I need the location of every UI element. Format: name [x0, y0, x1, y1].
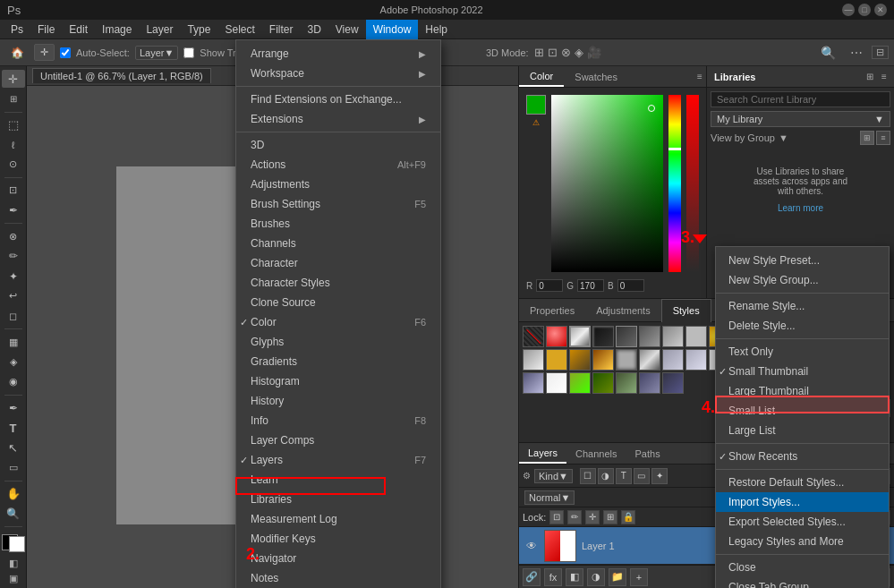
- quick-mask-button[interactable]: ◧: [9, 558, 18, 569]
- ctx-delete-style[interactable]: Delete Style...: [716, 316, 889, 336]
- menu-select[interactable]: Select: [217, 20, 261, 39]
- layer-visibility-toggle[interactable]: 👁: [524, 539, 539, 553]
- add-mask-btn[interactable]: ◧: [566, 568, 583, 586]
- auto-select-dropdown[interactable]: Layer ▼: [135, 46, 178, 60]
- lock-artboard[interactable]: ⊞: [603, 510, 617, 524]
- style-steel[interactable]: [523, 372, 544, 394]
- ctx-small-thumbnail[interactable]: Small Thumbnail: [716, 362, 889, 381]
- arrange-button[interactable]: ⊟: [872, 46, 889, 59]
- ctx-small-list[interactable]: Small List: [716, 401, 889, 421]
- ctx-restore-default[interactable]: Restore Default Styles...: [716, 473, 889, 492]
- dd-extensions[interactable]: Extensions▶: [236, 109, 440, 129]
- ctx-text-only[interactable]: Text Only: [716, 342, 889, 362]
- color-swatches[interactable]: [2, 534, 25, 552]
- dd-find-extensions[interactable]: Find Extensions on Exchange...: [236, 89, 440, 109]
- lasso-tool[interactable]: ℓ: [2, 136, 25, 154]
- maximize-button[interactable]: □: [858, 4, 871, 16]
- auto-select-checkbox[interactable]: [60, 47, 71, 58]
- active-color-swatch[interactable]: [526, 95, 546, 115]
- my-library-dropdown[interactable]: My Library ▼: [711, 111, 890, 127]
- brush-tool[interactable]: ✏: [2, 247, 25, 265]
- canvas-tab[interactable]: Untitled-1 @ 66.7% (Layer 1, RGB/8): [32, 68, 211, 83]
- type-tool[interactable]: T: [2, 419, 25, 437]
- layer-filter-type[interactable]: T: [616, 468, 632, 484]
- new-layer-btn[interactable]: +: [630, 568, 648, 586]
- dd-clone-source[interactable]: Clone Source: [236, 293, 440, 312]
- style-goldenrod[interactable]: [546, 349, 567, 371]
- menu-edit[interactable]: Edit: [62, 20, 95, 39]
- new-group-btn[interactable]: 📁: [609, 568, 626, 586]
- style-gray[interactable]: [616, 326, 637, 347]
- dd-actions[interactable]: ActionsAlt+F9: [236, 155, 440, 175]
- dd-histogram[interactable]: Histogram: [236, 371, 440, 391]
- tab-channels[interactable]: Channels: [566, 445, 626, 463]
- tab-swatches[interactable]: Swatches: [564, 68, 628, 86]
- blend-mode-dropdown[interactable]: Normal▼: [524, 490, 575, 505]
- dd-layers[interactable]: LayersF7: [236, 450, 440, 470]
- menu-window[interactable]: Window: [366, 20, 419, 39]
- ctx-rename-style[interactable]: Rename Style...: [716, 296, 889, 316]
- shape-tool[interactable]: ▭: [2, 458, 25, 476]
- dd-gradients[interactable]: Gradients: [236, 352, 440, 371]
- tab-adjustments[interactable]: Adjustments: [585, 299, 661, 322]
- menu-view[interactable]: View: [328, 20, 366, 39]
- style-green[interactable]: [569, 372, 591, 394]
- menu-filter[interactable]: Filter: [262, 20, 301, 39]
- home-button[interactable]: 🏠: [5, 41, 29, 64]
- link-layers-btn[interactable]: 🔗: [523, 568, 541, 586]
- screen-mode-button[interactable]: ▣: [9, 573, 18, 584]
- menu-ps[interactable]: Ps: [4, 20, 30, 39]
- ctx-show-recents[interactable]: Show Recents: [716, 447, 889, 466]
- dd-info[interactable]: InfoF8: [236, 411, 440, 430]
- eyedropper-tool[interactable]: ✒: [2, 201, 25, 219]
- style-metallic[interactable]: [639, 349, 660, 371]
- pen-tool[interactable]: ✒: [2, 399, 25, 417]
- view-by-group[interactable]: View by Group ▼ ⊞ ≡: [711, 131, 890, 145]
- lock-position[interactable]: ✛: [585, 510, 600, 524]
- 3d-icon4[interactable]: ◈: [575, 46, 583, 59]
- ctx-new-style-group[interactable]: New Style Group...: [716, 270, 889, 290]
- dd-color[interactable]: ColorF6: [236, 312, 440, 332]
- style-dark[interactable]: [592, 326, 614, 347]
- color-panel-menu[interactable]: ≡: [694, 71, 706, 83]
- style-red-glow[interactable]: [546, 326, 567, 347]
- dd-learn[interactable]: Learn: [236, 470, 440, 490]
- tab-styles[interactable]: Styles: [661, 299, 711, 322]
- style-blue-gray[interactable]: [685, 349, 707, 371]
- tab-layers[interactable]: Layers: [519, 444, 566, 464]
- new-fill-layer-btn[interactable]: ◑: [587, 568, 605, 586]
- blue-input[interactable]: 0: [617, 279, 644, 292]
- lock-pixels[interactable]: ✏: [567, 510, 582, 524]
- dd-arrange[interactable]: Arrange▶: [236, 44, 440, 64]
- grid-view-btn[interactable]: ⊞: [860, 131, 874, 145]
- history-brush-tool[interactable]: ↩: [2, 287, 25, 305]
- 3d-icon3[interactable]: ⊗: [561, 46, 571, 59]
- ctx-large-list[interactable]: Large List: [716, 421, 889, 440]
- dd-measurement-log[interactable]: Measurement Log: [236, 509, 440, 529]
- 3d-icon5[interactable]: 🎥: [587, 46, 601, 59]
- layer-filter-shape[interactable]: ▭: [634, 468, 650, 484]
- ctx-close[interactable]: Close: [716, 558, 889, 577]
- dd-libraries[interactable]: Libraries: [236, 490, 440, 509]
- menu-3d[interactable]: 3D: [300, 20, 328, 39]
- dd-3d[interactable]: 3D: [236, 135, 440, 155]
- layer-effects-btn[interactable]: fx: [544, 568, 562, 586]
- style-bronze[interactable]: [569, 349, 591, 371]
- style-pearl[interactable]: [523, 349, 544, 371]
- dd-notes[interactable]: Notes: [236, 568, 440, 588]
- menu-help[interactable]: Help: [418, 20, 455, 39]
- extra-options-btn[interactable]: ⋯: [847, 46, 866, 60]
- style-amber[interactable]: [592, 349, 614, 371]
- style-sage[interactable]: [616, 372, 637, 394]
- style-dark-green[interactable]: [592, 372, 614, 394]
- clone-stamp-tool[interactable]: ✦: [2, 268, 25, 285]
- lock-all[interactable]: 🔒: [621, 510, 635, 524]
- lock-transparency[interactable]: ⊡: [549, 510, 564, 524]
- dd-brush-settings[interactable]: Brush SettingsF5: [236, 194, 440, 214]
- libraries-menu-btn[interactable]: ≡: [878, 71, 890, 83]
- path-select-tool[interactable]: ↖: [2, 439, 25, 456]
- artboard-tool[interactable]: ⊞: [2, 89, 25, 107]
- dd-brushes[interactable]: Brushes: [236, 214, 440, 234]
- dd-modifier-keys[interactable]: Modifier Keys: [236, 529, 440, 549]
- move-tool-btn[interactable]: ✛: [34, 44, 55, 61]
